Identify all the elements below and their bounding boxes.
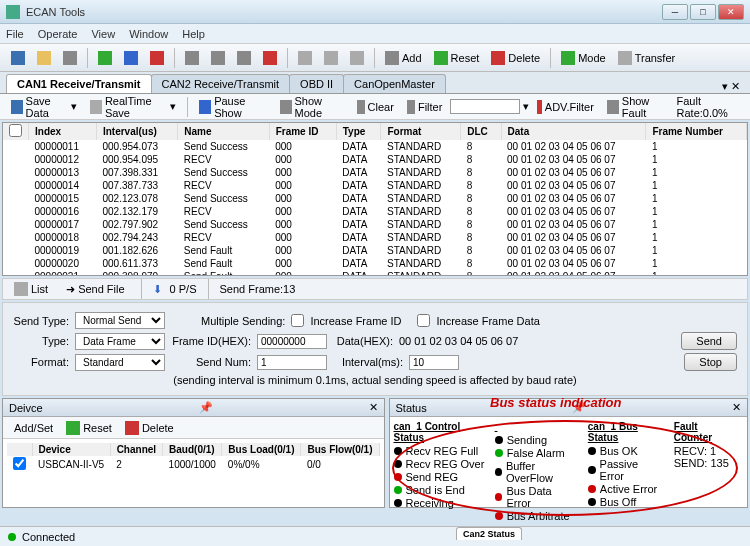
table-row[interactable]: 00000016002.132.179RECV000DATASTANDARD80… [3,205,747,218]
format-label: Format: [13,356,69,368]
device-delete[interactable]: Delete [120,418,179,438]
delete-button[interactable]: Delete [486,48,545,68]
type-label: Type: [13,335,69,347]
receive-grid[interactable]: Index Interval(us) Name Frame ID Type Fo… [2,122,748,276]
device-checkbox[interactable] [13,457,26,470]
minimize-button[interactable]: ─ [662,4,688,20]
table-row[interactable]: 00000019001.182.626Send Fault000DATASTAN… [3,244,747,257]
pause-icon[interactable] [119,48,143,68]
doc1-icon[interactable] [293,48,317,68]
showmode-button[interactable]: Show Mode [275,97,349,117]
device-reset[interactable]: Reset [61,418,117,438]
menu-help[interactable]: Help [182,28,205,40]
app-icon [6,5,20,19]
savedata-button[interactable]: Save Data ▾ [6,97,82,117]
col-index[interactable]: Index [29,123,97,140]
pause-show-button[interactable]: Pause Show [194,97,271,117]
reset-button[interactable]: Reset [429,48,485,68]
frameid-input[interactable] [257,334,327,349]
clear-button[interactable]: Clear [352,97,399,117]
connection-status-icon [8,533,16,541]
col-frameid[interactable]: Frame ID [269,123,336,140]
sendframe-label: Send Frame:13 [220,283,296,295]
type-select[interactable]: Data Frame [75,333,165,350]
tab-obd[interactable]: OBD II [289,74,344,93]
list-button[interactable]: List [9,279,53,299]
device-row[interactable]: USBCAN-II-V521000/10000%/0%0/0 [7,456,379,473]
sendnum-input[interactable] [257,355,327,370]
window-title: ECAN Tools [26,6,662,18]
tab-close-icon[interactable]: ▾ ✕ [718,80,744,93]
tab-can1[interactable]: CAN1 Receive/Transmit [6,74,152,93]
status-close-icon[interactable]: ✕ [732,401,741,414]
can2-status-tab[interactable]: Can2 Status [456,527,522,540]
multsend-label: Multiple Sending: [201,315,285,327]
frameid-label: Frame ID(HEX): [171,335,251,347]
mode-button[interactable]: Mode [556,48,611,68]
filter-input[interactable] [450,99,520,114]
save-icon[interactable] [6,48,30,68]
settings-icon[interactable] [58,48,82,68]
open-icon[interactable] [32,48,56,68]
annotation-text: Bus status indication [490,395,621,410]
doc3-icon[interactable] [345,48,369,68]
sendfile-button[interactable]: ➜ Send File [61,279,129,299]
col-format[interactable]: Format [381,123,461,140]
menu-operate[interactable]: Operate [38,28,78,40]
table-row[interactable]: 00000017002.797.902Send Success000DATAST… [3,218,747,231]
sendtype-label: Send Type: [13,315,69,327]
tool3-icon[interactable] [232,48,256,68]
col-data[interactable]: Data [501,123,646,140]
device-addset[interactable]: Add/Set [9,418,58,438]
close-button[interactable]: ✕ [718,4,744,20]
menu-window[interactable]: Window [129,28,168,40]
maximize-button[interactable]: □ [690,4,716,20]
col-dlc[interactable]: DLC [461,123,501,140]
fault-rate-label: Fault Rate:0.0% [677,95,744,119]
table-row[interactable]: 00000015002.123.078Send Success000DATAST… [3,192,747,205]
tool2-icon[interactable] [206,48,230,68]
realtime-button[interactable]: RealTime Save ▾ [85,97,181,117]
tab-canopen[interactable]: CanOpenMaster [343,74,446,93]
device-close-icon[interactable]: ✕ [369,401,378,414]
device-panel-title: Deivce [9,402,43,414]
menu-file[interactable]: File [6,28,24,40]
add-button[interactable]: Add [380,48,427,68]
table-row[interactable]: 00000021000.398.970Send Fault000DATASTAN… [3,270,747,276]
table-row[interactable]: 00000012000.954.095RECV000DATASTANDARD80… [3,153,747,166]
col-framenum[interactable]: Frame Number [646,123,747,140]
send-button[interactable]: Send [681,332,737,350]
select-all-checkbox[interactable] [9,124,22,137]
data-label: Data(HEX): [333,335,393,347]
sendtype-select[interactable]: Normal Send [75,312,165,329]
ps-label: 0 P/S [170,283,197,295]
play-icon[interactable] [93,48,117,68]
table-row[interactable]: 00000013007.398.331Send Success000DATAST… [3,166,747,179]
interval-input[interactable] [409,355,459,370]
doc2-icon[interactable] [319,48,343,68]
send-note: (sending interval is minimum 0.1ms, actu… [173,374,576,386]
stop-icon[interactable] [145,48,169,68]
filter-button[interactable]: Filter [402,97,447,117]
tool1-icon[interactable] [180,48,204,68]
table-row[interactable]: 00000018002.794.243RECV000DATASTANDARD80… [3,231,747,244]
menu-view[interactable]: View [91,28,115,40]
col-interval[interactable]: Interval(us) [96,123,177,140]
table-row[interactable]: 00000020000.611.373Send Fault000DATASTAN… [3,257,747,270]
showfault-button[interactable]: Show Fault [602,97,674,117]
sendnum-label: Send Num: [171,356,251,368]
format-select[interactable]: Standard [75,354,165,371]
tool4-icon[interactable] [258,48,282,68]
advfilter-button[interactable]: ADV.Filter [532,97,599,117]
stop-button[interactable]: Stop [684,353,737,371]
connection-status: Connected [22,531,75,543]
data-value: 00 01 02 03 04 05 06 07 [399,335,518,347]
table-row[interactable]: 00000011000.954.073Send Success000DATAST… [3,140,747,153]
tab-can2[interactable]: CAN2 Receive/Transmit [151,74,291,93]
col-type[interactable]: Type [336,123,381,140]
transfer-button[interactable]: Transfer [613,48,681,68]
incframedata-checkbox[interactable] [417,314,430,327]
table-row[interactable]: 00000014007.387.733RECV000DATASTANDARD80… [3,179,747,192]
col-name[interactable]: Name [178,123,269,140]
incframeid-checkbox[interactable] [291,314,304,327]
